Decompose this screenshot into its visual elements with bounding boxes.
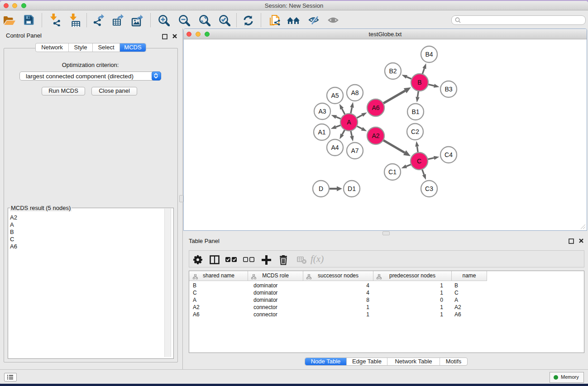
svg-text:A: A <box>347 119 351 126</box>
svg-text:A2: A2 <box>372 132 379 139</box>
svg-text:B: B <box>417 79 421 86</box>
svg-text:A4: A4 <box>331 144 339 151</box>
svg-text:A5: A5 <box>331 92 339 99</box>
svg-text:C2: C2 <box>411 128 419 135</box>
svg-text:A8: A8 <box>351 89 359 96</box>
svg-text:A6: A6 <box>372 104 379 111</box>
svg-text:C1: C1 <box>388 168 397 176</box>
svg-text:B2: B2 <box>389 67 397 75</box>
svg-text:A7: A7 <box>351 147 359 154</box>
svg-text:D: D <box>319 185 323 192</box>
svg-text:A1: A1 <box>318 129 325 136</box>
svg-text:C: C <box>417 157 421 165</box>
svg-text:C4: C4 <box>445 151 453 158</box>
svg-text:A3: A3 <box>318 108 326 115</box>
svg-text:B1: B1 <box>411 108 419 115</box>
svg-text:D1: D1 <box>348 185 356 192</box>
svg-text:B4: B4 <box>425 51 433 58</box>
svg-text:C3: C3 <box>425 185 433 192</box>
svg-text:B3: B3 <box>445 86 452 93</box>
